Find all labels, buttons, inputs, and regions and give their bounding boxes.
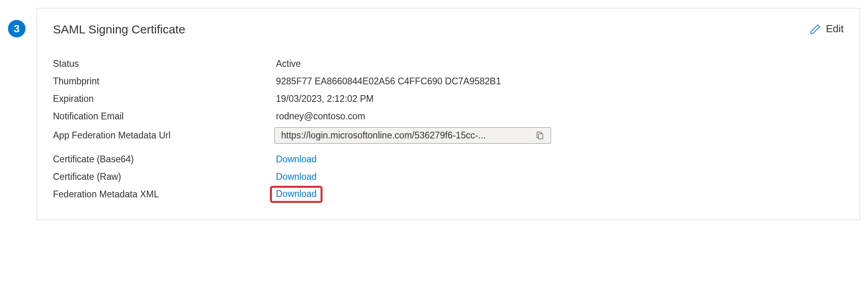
download-cert-base64[interactable]: Download — [276, 154, 317, 165]
row-thumbprint: Thumbprint 9285F77 EA8660844E02A56 C4FFC… — [53, 73, 844, 90]
row-metadata-url: App Federation Metadata Url https://logi… — [53, 127, 844, 144]
card-header: SAML Signing Certificate Edit — [53, 23, 844, 36]
row-cert-base64: Certificate (Base64) Download — [53, 151, 844, 167]
row-notification-email: Notification Email rodney@contoso.com — [53, 108, 844, 125]
pencil-icon — [810, 23, 821, 35]
label-metadata-url: App Federation Metadata Url — [53, 130, 276, 141]
row-cert-raw: Certificate (Raw) Download — [53, 168, 844, 185]
value-notification-email: rodney@contoso.com — [276, 111, 365, 122]
label-cert-base64: Certificate (Base64) — [53, 154, 276, 165]
row-fed-metadata-xml: Federation Metadata XML Download — [53, 186, 844, 203]
metadata-url-box[interactable]: https://login.microsoftonline.com/536279… — [274, 127, 551, 144]
label-status: Status — [53, 58, 276, 69]
metadata-url-text: https://login.microsoftonline.com/536279… — [281, 130, 531, 141]
label-cert-raw: Certificate (Raw) — [53, 171, 276, 182]
row-expiration: Expiration 19/03/2023, 2:12:02 PM — [53, 90, 844, 107]
card-title: SAML Signing Certificate — [53, 23, 185, 36]
edit-button[interactable]: Edit — [810, 23, 844, 35]
value-status: Active — [276, 58, 301, 69]
row-status: Status Active — [53, 55, 844, 72]
label-expiration: Expiration — [53, 93, 276, 104]
svg-rect-0 — [538, 134, 543, 139]
step-number: 3 — [14, 23, 20, 35]
step-number-badge: 3 — [8, 20, 25, 37]
edit-label: Edit — [826, 23, 844, 35]
download-fed-metadata-xml[interactable]: Download — [276, 189, 317, 199]
saml-step-container: 3 SAML Signing Certificate Edit Status A… — [8, 8, 860, 220]
download-cert-raw[interactable]: Download — [276, 171, 317, 182]
saml-signing-certificate-card: SAML Signing Certificate Edit Status Act… — [37, 8, 860, 220]
label-thumbprint: Thumbprint — [53, 76, 276, 87]
download-highlight: Download — [270, 186, 323, 203]
copy-icon[interactable] — [536, 131, 544, 140]
value-expiration: 19/03/2023, 2:12:02 PM — [276, 93, 374, 104]
label-fed-metadata-xml: Federation Metadata XML — [53, 189, 276, 200]
label-notification-email: Notification Email — [53, 111, 276, 122]
value-thumbprint: 9285F77 EA8660844E02A56 C4FFC690 DC7A958… — [276, 76, 501, 87]
